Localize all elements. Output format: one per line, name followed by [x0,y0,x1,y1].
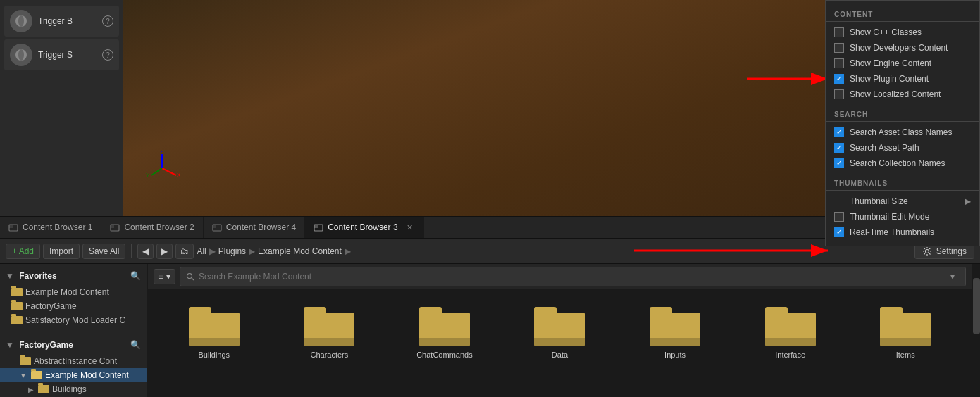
trigger-b-item[interactable]: Trigger B ? [4,6,119,37]
favorites-factory-game[interactable]: FactoryGame [0,299,147,313]
svg-point-22 [187,274,192,279]
thumbnail-edit-label: Thumbnail Edit Mode [850,212,929,222]
import-button[interactable]: Import [43,244,80,259]
show-localized-checkbox[interactable] [834,89,844,99]
search-input[interactable] [199,272,941,282]
svg-point-21 [925,249,929,253]
filter-dropdown-icon: ▾ [166,272,170,282]
tab-cb4[interactable]: Content Browser 4 [204,217,305,238]
chatcommands-folder-label: ChatCommands [416,351,472,359]
thumbnail-size-arrow: ▶ [965,196,971,206]
show-cpp-checkbox[interactable] [834,27,844,37]
filter-bar: ≡ ▾ ▾ [148,264,972,290]
favorites-satisfactory-mod[interactable]: Satisfactory Mod Loader C [0,313,147,327]
thumbnail-size-item[interactable]: Thumbnail Size ▶ [826,194,979,209]
thumbnail-size-label: Thumbnail Size [850,196,908,206]
trigger-s-help[interactable]: ? [102,49,113,61]
tab-cb1[interactable]: Content Browser 1 [0,217,101,238]
factory-header[interactable]: ▼ FactoryGame 🔍 [0,336,147,354]
search-asset-class-item[interactable]: Search Asset Class Names [826,125,979,140]
example-mod-content-label: Example Mod Content [45,370,129,380]
items-folder-icon [880,307,931,346]
show-plugin-item[interactable]: Show Plugin Content [826,71,979,87]
tab-cb3-close[interactable]: ✕ [405,222,415,232]
trigger-s-item[interactable]: Trigger S ? [4,39,119,70]
search-box[interactable]: ▾ [180,267,966,286]
folder-inputs[interactable]: Inputs [620,301,730,365]
search-asset-path-item[interactable]: Search Asset Path [826,140,979,156]
search-collection-checkbox[interactable] [834,158,844,168]
breadcrumb-example-mod[interactable]: Example Mod Content [258,246,342,256]
favorites-example-mod[interactable]: Example Mod Content [0,285,147,299]
search-collection-item[interactable]: Search Collection Names [826,156,979,171]
sidebar-example-mod-content[interactable]: ▼ Example Mod Content [0,368,147,382]
main-content: ▼ Favorites 🔍 Example Mod Content Factor… [0,264,980,397]
show-dev-item[interactable]: Show Developers Content [826,40,979,56]
buildings-folder-icon [189,307,240,346]
settings-dropdown: CONTENT Show C++ Classes Show Developers… [825,0,980,246]
abstract-instance-label: AbstractInstance Cont [34,356,117,366]
folder-icon [20,357,31,365]
breadcrumb-all[interactable]: All [197,246,206,256]
filter-btn[interactable]: ≡ ▾ [154,269,175,284]
search-asset-path-checkbox[interactable] [834,143,844,153]
folder-data[interactable]: Data [505,301,615,365]
inputs-folder-icon [650,307,700,346]
factory-search-icon[interactable]: 🔍 [129,339,142,351]
breadcrumb-sep-3: ▶ [345,246,351,256]
svg-point-3 [18,49,24,61]
show-plugin-label: Show Plugin Content [850,74,929,84]
thumbnail-edit-item[interactable]: Thumbnail Edit Mode [826,209,979,225]
folder-up-button[interactable]: 🗂 [175,244,194,259]
search-asset-class-checkbox[interactable] [834,127,844,137]
save-all-button[interactable]: Save All [82,244,125,259]
show-dev-label: Show Developers Content [850,43,948,53]
scrollbar-thumb[interactable] [973,278,980,334]
nav-forward-button[interactable]: ▶ [156,244,173,259]
thumbnail-edit-checkbox[interactable] [834,212,844,222]
folder-characters[interactable]: Characters [275,301,385,365]
show-plugin-checkbox[interactable] [834,74,844,84]
search-collection-label: Search Collection Names [850,158,945,168]
search-asset-path-label: Search Asset Path [850,143,919,153]
show-localized-item[interactable]: Show Localized Content [826,87,979,102]
svg-line-5 [151,168,162,175]
tab-cb4-label: Content Browser 4 [226,222,296,232]
realtime-thumbnails-checkbox[interactable] [834,227,844,237]
folder-items[interactable]: Items [850,301,960,365]
folder-icon [11,288,23,296]
show-cpp-item[interactable]: Show C++ Classes [826,25,979,40]
characters-folder-label: Characters [310,351,348,359]
folder-buildings[interactable]: Buildings [159,301,269,365]
svg-rect-14 [9,225,13,228]
folder-interface[interactable]: Interface [736,301,845,365]
trigger-s-icon [10,44,32,66]
search-dropdown-button[interactable]: ▾ [945,270,960,284]
trigger-b-help[interactable]: ? [102,15,113,27]
data-folder-label: Data [552,351,568,359]
scrollbar[interactable] [972,264,980,397]
add-button[interactable]: + Add [6,244,40,259]
show-dev-checkbox[interactable] [834,43,844,53]
svg-text:Y: Y [146,172,150,178]
search-section-label: SEARCH [826,106,979,121]
inputs-folder-label: Inputs [664,351,686,359]
gear-icon [922,246,932,256]
breadcrumb-plugins[interactable]: Plugins [218,246,246,256]
factory-label: FactoryGame [19,340,73,350]
svg-rect-18 [213,225,216,228]
nav-back-button[interactable]: ◀ [137,244,154,259]
sidebar-abstract-instance[interactable]: AbstractInstance Cont [0,354,147,368]
show-engine-checkbox[interactable] [834,58,844,68]
sidebar-buildings[interactable]: ▶ Buildings [0,382,147,396]
tab-cb3[interactable]: Content Browser 3 ✕ [305,217,423,238]
settings-label: Settings [936,246,967,256]
tab-cb2[interactable]: Content Browser 2 [101,217,203,238]
favorites-search-icon[interactable]: 🔍 [129,270,142,282]
favorites-header[interactable]: ▼ Favorites 🔍 [0,267,147,285]
breadcrumb-sep-2: ▶ [249,246,255,256]
favorites-label: Favorites [19,271,56,281]
show-engine-item[interactable]: Show Engine Content [826,56,979,71]
realtime-thumbnails-item[interactable]: Real-Time Thumbnails [826,225,979,240]
folder-chatcommands[interactable]: ChatCommands [390,301,500,365]
